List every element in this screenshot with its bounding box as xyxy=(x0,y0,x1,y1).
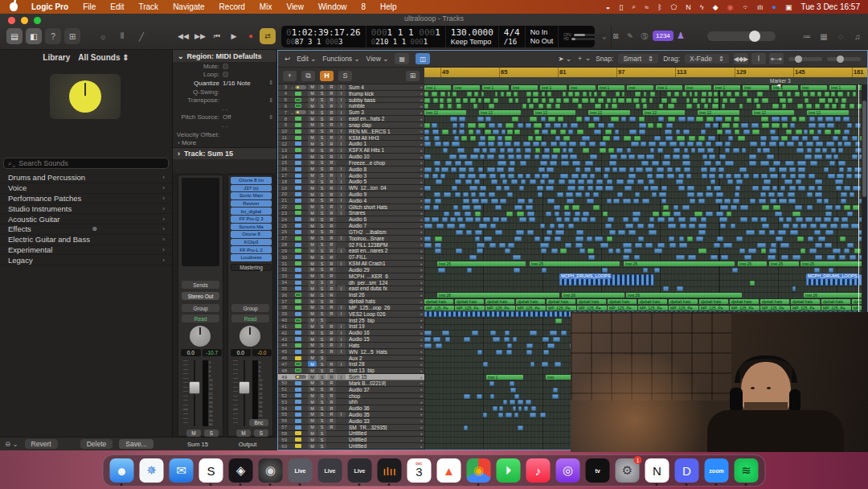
region-block[interactable] xyxy=(825,117,833,121)
region-block[interactable] xyxy=(788,98,792,103)
region-block[interactable] xyxy=(584,167,591,172)
region-block[interactable]: Inst xyxy=(453,85,480,90)
track-row[interactable]: 22MSRIGlitch short Hats● xyxy=(278,204,424,211)
track-on-indicator[interactable]: ● xyxy=(418,444,424,449)
track-row[interactable]: 29MSRIeast en...nares 2● xyxy=(278,249,424,255)
region-block[interactable] xyxy=(764,179,772,184)
region-block[interactable] xyxy=(674,148,680,153)
track-name[interactable]: east end dubs fx xyxy=(346,286,418,291)
region-block[interactable] xyxy=(564,217,571,222)
region-block[interactable] xyxy=(719,217,727,222)
fader-cap-output[interactable] xyxy=(239,381,250,394)
region-block[interactable] xyxy=(534,236,540,241)
region-block[interactable] xyxy=(468,123,476,128)
track-row[interactable]: 52MSRchop● xyxy=(278,393,424,400)
region-block[interactable] xyxy=(555,362,561,367)
track-m-button[interactable]: M xyxy=(308,298,317,304)
region-block[interactable]: MP_125_Pe xyxy=(424,306,454,310)
dock-icon-notion[interactable]: N xyxy=(645,458,669,483)
track-s-button[interactable]: S xyxy=(317,374,326,380)
region-block[interactable] xyxy=(838,148,843,153)
track-s-button[interactable]: S xyxy=(317,122,326,128)
region-block[interactable] xyxy=(513,406,516,411)
track-r-button[interactable]: R xyxy=(327,91,336,97)
track-on-indicator[interactable]: ● xyxy=(418,249,424,253)
track-m-button[interactable]: M xyxy=(308,210,317,216)
track-view-icon[interactable]: ◫ xyxy=(416,53,430,64)
track-row[interactable]: 55MSRIAudio 35● xyxy=(278,412,424,418)
track-row[interactable]: 40MSInst 25_bip● xyxy=(278,318,424,324)
region-block[interactable] xyxy=(489,381,494,386)
track-row[interactable]: 33MSRMCPH_...KER_6● xyxy=(278,273,424,280)
region-block[interactable] xyxy=(807,148,811,153)
region-block[interactable] xyxy=(497,136,502,141)
region-block[interactable] xyxy=(716,192,723,197)
region-block[interactable] xyxy=(736,179,742,184)
region-block[interactable] xyxy=(616,249,620,253)
track-s-button[interactable]: S xyxy=(317,443,326,449)
track-s-button[interactable]: S xyxy=(317,425,326,430)
region-block[interactable] xyxy=(665,136,673,141)
bluetooth-icon[interactable]: ᛒ xyxy=(657,3,661,11)
region-block[interactable] xyxy=(455,179,461,184)
region-block[interactable] xyxy=(714,92,718,97)
region-block[interactable] xyxy=(478,167,483,172)
marker-label[interactable]: Marker 3 xyxy=(770,77,791,84)
track-m-button[interactable]: M xyxy=(308,425,317,430)
region-block[interactable] xyxy=(648,123,653,128)
region-block[interactable] xyxy=(601,92,606,97)
region-block[interactable] xyxy=(654,136,660,141)
track-i-button[interactable]: I xyxy=(337,311,346,317)
region-block[interactable] xyxy=(563,92,566,97)
track-on-indicator[interactable]: ● xyxy=(418,425,424,429)
region-block[interactable] xyxy=(623,199,631,203)
region-block[interactable]: djebali hats xyxy=(577,299,606,304)
track-r-button[interactable]: R xyxy=(327,330,336,335)
region-block[interactable] xyxy=(846,174,852,179)
region-block[interactable]: djebali hats xyxy=(455,299,484,304)
region-block[interactable] xyxy=(803,92,808,97)
region-block[interactable] xyxy=(781,117,788,121)
cycle-button[interactable]: ⇄ xyxy=(260,28,276,44)
track-on-indicator[interactable]: ● xyxy=(418,273,424,278)
region-block[interactable] xyxy=(573,217,579,222)
region-block[interactable] xyxy=(839,255,845,260)
output-slot[interactable]: Stereo Out xyxy=(182,292,219,300)
group-slot[interactable]: Group xyxy=(182,304,219,312)
region-block[interactable] xyxy=(782,123,788,128)
track-row[interactable]: 48MSRInst 13_bip● xyxy=(278,368,424,374)
region-block[interactable] xyxy=(830,224,837,228)
region-block[interactable] xyxy=(504,337,510,342)
region-block[interactable] xyxy=(825,230,833,235)
track-m-button[interactable]: M xyxy=(308,393,317,399)
region-block[interactable] xyxy=(819,98,825,103)
region-block[interactable] xyxy=(720,205,727,210)
track-name[interactable]: east en...hats 2 xyxy=(346,116,418,121)
region-block[interactable] xyxy=(508,167,514,172)
region-block[interactable] xyxy=(570,154,577,159)
track-s-button[interactable]: S xyxy=(317,261,326,266)
track-m-button[interactable]: M xyxy=(308,399,317,405)
region-block[interactable] xyxy=(704,161,711,166)
track-r-button[interactable]: R xyxy=(327,336,336,342)
region-block[interactable] xyxy=(647,174,653,179)
track-on-indicator[interactable]: ● xyxy=(418,393,424,398)
close-window-button[interactable] xyxy=(8,17,15,24)
region-block[interactable] xyxy=(806,104,812,109)
region-block[interactable] xyxy=(607,199,612,203)
region-block[interactable] xyxy=(841,217,848,222)
track-row[interactable]: 16MSRIAudio 8● xyxy=(278,166,424,173)
plugin-slot[interactable]: Reviver xyxy=(231,200,272,208)
menu-window[interactable]: Window xyxy=(311,0,354,14)
region-block[interactable] xyxy=(478,123,485,128)
region-block[interactable] xyxy=(596,179,603,184)
region-block[interactable] xyxy=(497,142,503,146)
region-block[interactable] xyxy=(612,167,617,172)
region-block[interactable]: Inst xyxy=(743,85,769,90)
region-block[interactable] xyxy=(844,205,850,210)
region-block[interactable] xyxy=(777,192,784,197)
track-m-button[interactable]: M xyxy=(308,91,317,97)
region-block[interactable] xyxy=(762,123,769,128)
track-m-button[interactable]: M xyxy=(308,343,317,348)
region-block[interactable] xyxy=(513,255,521,260)
